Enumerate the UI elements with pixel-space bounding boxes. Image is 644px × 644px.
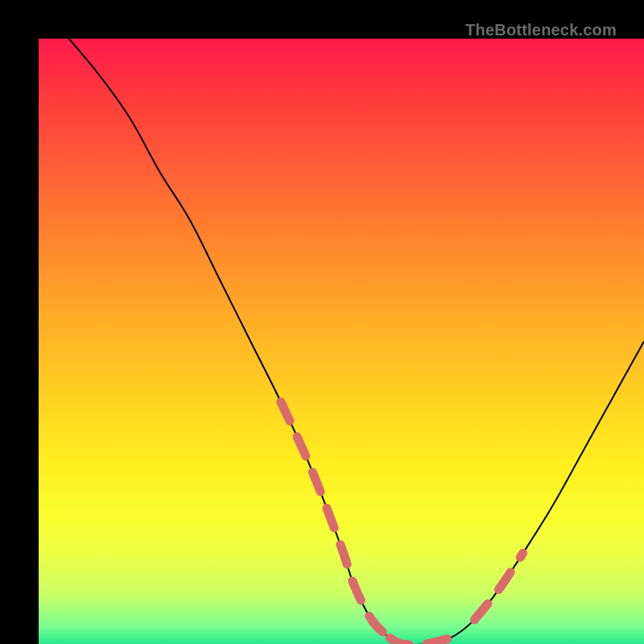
chart-svg <box>39 39 644 644</box>
series-curve <box>69 39 644 644</box>
watermark-text: TheBottleneck.com <box>465 21 617 39</box>
series-dash-bottom <box>390 638 450 645</box>
series-dash-left <box>281 402 390 638</box>
chart-plot-area <box>39 39 644 644</box>
chart-frame: TheBottleneck.com <box>0 0 644 644</box>
